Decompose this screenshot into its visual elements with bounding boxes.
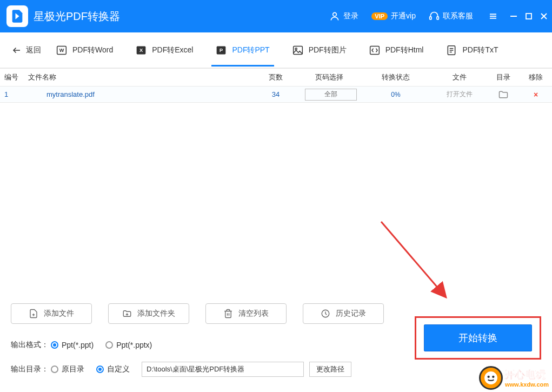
add-folder-label: 添加文件夹 xyxy=(137,309,175,318)
back-label: 返回 xyxy=(26,45,41,55)
svg-text:P: P xyxy=(220,48,223,53)
svg-rect-17 xyxy=(293,46,302,54)
svg-point-18 xyxy=(295,48,297,49)
start-convert-button[interactable]: 开始转换 xyxy=(424,324,532,351)
th-id: 编号 xyxy=(0,72,25,82)
open-file-link[interactable]: 打开文件 xyxy=(447,90,473,98)
tab-label: PDF转PPT xyxy=(232,45,269,55)
svg-rect-7 xyxy=(526,14,531,19)
add-file-button[interactable]: 添加文件 xyxy=(11,303,92,324)
cell-status: 0% xyxy=(357,91,435,98)
svg-text:X: X xyxy=(139,48,143,53)
table-header: 编号 文件名称 页数 页码选择 转换状态 文件 目录 移除 xyxy=(0,68,552,87)
th-dir: 目录 xyxy=(484,72,522,82)
vip-button[interactable]: VIP 开通vip xyxy=(371,11,416,21)
arrow-left-icon xyxy=(12,45,22,55)
ppt-icon: P xyxy=(216,45,227,56)
add-file-label: 添加文件 xyxy=(44,309,74,318)
history-button[interactable]: 历史记录 xyxy=(303,303,384,324)
radio-ppt[interactable]: Ppt(*.ppt) xyxy=(51,341,94,349)
app-title: 星极光PDF转换器 xyxy=(34,9,120,24)
html-icon xyxy=(369,45,380,56)
remove-button[interactable]: × xyxy=(534,90,538,99)
word-icon: W xyxy=(56,45,67,56)
svg-line-31 xyxy=(381,222,446,297)
range-selector[interactable]: 全部 xyxy=(305,89,357,101)
output-dir-row: 输出目录： 原目录 自定义 更改路径 xyxy=(11,362,541,377)
tab-pdf-to-word[interactable]: W PDF转Word xyxy=(56,45,113,56)
th-del: 移除 xyxy=(522,72,549,82)
folder-plus-icon xyxy=(122,309,132,318)
maximize-button[interactable] xyxy=(525,12,533,20)
login-label: 登录 xyxy=(343,11,358,21)
th-file: 文件 xyxy=(435,72,484,82)
svg-point-32 xyxy=(484,371,497,384)
svg-point-33 xyxy=(487,376,489,378)
svg-rect-1 xyxy=(430,17,431,19)
tab-pdf-to-txt[interactable]: PDF转TxT xyxy=(446,45,498,56)
txt-icon xyxy=(446,45,457,56)
tab-label: PDF转Html xyxy=(385,45,424,55)
clear-list-button[interactable]: 清空列表 xyxy=(205,303,287,324)
app-logo xyxy=(6,5,28,27)
support-label: 联系客服 xyxy=(443,11,473,21)
trash-icon xyxy=(223,309,233,318)
table-row[interactable]: 1 mytranslate.pdf 34 全部 0% 打开文件 × xyxy=(0,87,552,103)
titlebar: 星极光PDF转换器 登录 VIP 开通vip 联系客服 xyxy=(0,0,552,32)
tab-pdf-to-excel[interactable]: X PDF转Excel xyxy=(136,45,193,56)
radio-pptx[interactable]: Ppt(*.pptx) xyxy=(105,341,152,349)
tab-label: PDF转图片 xyxy=(309,45,347,55)
clock-icon xyxy=(321,309,330,318)
history-label: 历史记录 xyxy=(336,309,366,318)
minimize-button[interactable] xyxy=(510,12,517,20)
svg-point-34 xyxy=(492,376,494,378)
th-pages: 页数 xyxy=(250,72,302,82)
tab-pdf-to-html[interactable]: PDF转Html xyxy=(369,45,424,56)
tab-pdf-to-image[interactable]: PDF转图片 xyxy=(292,45,347,56)
excel-icon: X xyxy=(136,45,147,56)
tabs-row: 返回 W PDF转Word X PDF转Excel P PDF转PPT PDF转… xyxy=(0,32,552,68)
tab-label: PDF转Excel xyxy=(152,45,193,55)
add-folder-button[interactable]: 添加文件夹 xyxy=(108,303,189,324)
cell-pages: 34 xyxy=(250,90,302,98)
vip-label: 开通vip xyxy=(391,11,416,21)
file-plus-icon xyxy=(29,309,38,318)
vip-icon: VIP xyxy=(371,12,388,20)
tab-label: PDF转Word xyxy=(72,45,113,55)
radio-custom-dir[interactable]: 自定义 xyxy=(96,364,130,374)
watermark: 开心电玩 www.kxdw.com xyxy=(479,366,549,390)
change-path-button[interactable]: 更改路径 xyxy=(309,362,351,377)
format-label: 输出格式： xyxy=(11,340,51,350)
user-icon xyxy=(329,11,340,22)
tab-pdf-to-ppt[interactable]: P PDF转PPT xyxy=(216,45,269,56)
support-button[interactable]: 联系客服 xyxy=(429,11,473,22)
dir-label: 输出目录： xyxy=(11,364,51,374)
back-button[interactable]: 返回 xyxy=(12,45,41,55)
svg-point-0 xyxy=(333,12,337,16)
annotation-frame: 开始转换 xyxy=(415,316,541,360)
watermark-logo xyxy=(479,366,503,390)
folder-icon[interactable] xyxy=(488,89,519,100)
close-button[interactable] xyxy=(540,12,548,20)
menu-button[interactable] xyxy=(488,11,498,21)
cell-name: mytranslate.pdf xyxy=(25,90,250,98)
login-button[interactable]: 登录 xyxy=(329,11,358,22)
radio-orig-dir[interactable]: 原目录 xyxy=(51,364,84,374)
th-status: 转换状态 xyxy=(357,72,435,82)
path-input[interactable] xyxy=(142,362,304,377)
svg-text:W: W xyxy=(59,48,64,53)
th-name: 文件名称 xyxy=(25,72,250,82)
tab-label: PDF转TxT xyxy=(462,45,498,55)
svg-rect-2 xyxy=(437,17,438,19)
clear-label: 清空列表 xyxy=(238,309,269,318)
watermark-text: 开心电玩 xyxy=(505,368,549,381)
watermark-url: www.kxdw.com xyxy=(505,381,549,388)
th-range: 页码选择 xyxy=(302,72,357,82)
cell-id: 1 xyxy=(0,90,25,98)
image-icon xyxy=(292,45,303,56)
headset-icon xyxy=(429,11,440,22)
